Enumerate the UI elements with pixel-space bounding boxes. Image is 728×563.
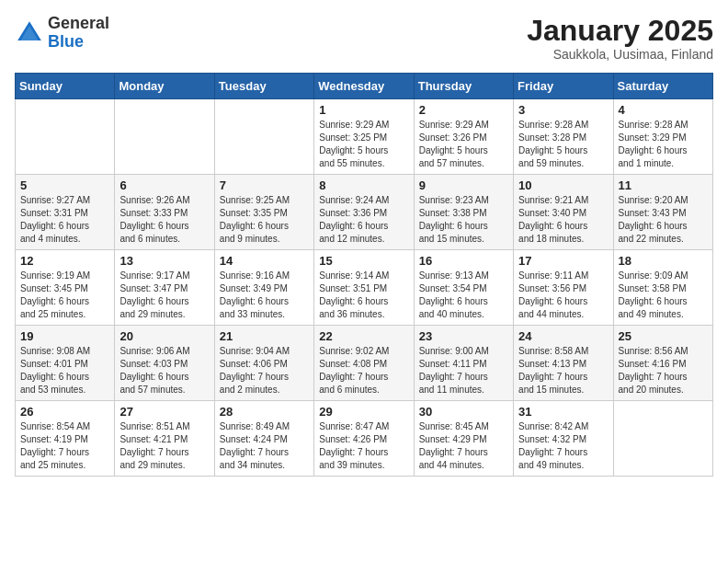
day-number: 9	[419, 178, 508, 192]
calendar-week-1: 1Sunrise: 9:29 AM Sunset: 3:25 PM Daylig…	[16, 99, 713, 175]
day-number: 5	[20, 178, 109, 192]
calendar-day-5: 5Sunrise: 9:27 AM Sunset: 3:31 PM Daylig…	[16, 175, 115, 250]
day-number: 27	[119, 405, 209, 419]
day-number: 3	[518, 103, 608, 117]
calendar-day-28: 28Sunrise: 8:49 AM Sunset: 4:24 PM Dayli…	[214, 401, 313, 477]
calendar-table: SundayMondayTuesdayWednesdayThursdayFrid…	[15, 73, 713, 477]
calendar-day-16: 16Sunrise: 9:13 AM Sunset: 3:54 PM Dayli…	[414, 250, 513, 326]
day-info: Sunrise: 9:23 AM Sunset: 3:38 PM Dayligh…	[419, 194, 508, 246]
day-number: 30	[419, 405, 508, 419]
day-info: Sunrise: 9:00 AM Sunset: 4:11 PM Dayligh…	[419, 345, 508, 396]
calendar-day-24: 24Sunrise: 8:58 AM Sunset: 4:13 PM Dayli…	[514, 326, 613, 401]
calendar-day-25: 25Sunrise: 8:56 AM Sunset: 4:16 PM Dayli…	[613, 326, 712, 401]
calendar-day-29: 29Sunrise: 8:47 AM Sunset: 4:26 PM Dayli…	[314, 401, 414, 477]
calendar-week-4: 19Sunrise: 9:08 AM Sunset: 4:01 PM Dayli…	[16, 326, 713, 401]
calendar-day-11: 11Sunrise: 9:20 AM Sunset: 3:43 PM Dayli…	[613, 175, 712, 250]
day-number: 10	[518, 178, 608, 192]
calendar-day-4: 4Sunrise: 9:28 AM Sunset: 3:29 PM Daylig…	[613, 99, 712, 175]
calendar-day-12: 12Sunrise: 9:19 AM Sunset: 3:45 PM Dayli…	[16, 250, 115, 326]
calendar-week-3: 12Sunrise: 9:19 AM Sunset: 3:45 PM Dayli…	[16, 250, 713, 326]
day-number: 11	[619, 178, 708, 192]
empty-day-cell	[16, 99, 115, 175]
logo-text: General Blue	[48, 15, 109, 52]
day-number: 25	[619, 329, 708, 343]
calendar-day-1: 1Sunrise: 9:29 AM Sunset: 3:25 PM Daylig…	[314, 99, 414, 175]
day-number: 24	[518, 329, 608, 343]
calendar-day-9: 9Sunrise: 9:23 AM Sunset: 3:38 PM Daylig…	[414, 175, 513, 250]
day-info: Sunrise: 9:29 AM Sunset: 3:26 PM Dayligh…	[419, 119, 508, 170]
calendar-day-10: 10Sunrise: 9:21 AM Sunset: 3:40 PM Dayli…	[514, 175, 613, 250]
day-info: Sunrise: 9:14 AM Sunset: 3:51 PM Dayligh…	[319, 270, 408, 321]
day-number: 18	[619, 254, 708, 268]
calendar-day-15: 15Sunrise: 9:14 AM Sunset: 3:51 PM Dayli…	[314, 250, 414, 326]
day-info: Sunrise: 8:54 AM Sunset: 4:19 PM Dayligh…	[20, 420, 109, 472]
calendar-day-20: 20Sunrise: 9:06 AM Sunset: 4:03 PM Dayli…	[115, 326, 214, 401]
weekday-header-row: SundayMondayTuesdayWednesdayThursdayFrid…	[16, 74, 713, 99]
day-info: Sunrise: 9:09 AM Sunset: 3:58 PM Dayligh…	[619, 270, 708, 321]
calendar-day-17: 17Sunrise: 9:11 AM Sunset: 3:56 PM Dayli…	[514, 250, 613, 326]
day-info: Sunrise: 9:28 AM Sunset: 3:29 PM Dayligh…	[619, 119, 708, 170]
day-number: 20	[119, 329, 209, 343]
day-info: Sunrise: 8:51 AM Sunset: 4:21 PM Dayligh…	[119, 420, 209, 472]
day-info: Sunrise: 8:42 AM Sunset: 4:32 PM Dayligh…	[518, 420, 608, 472]
day-number: 13	[119, 254, 209, 268]
day-number: 28	[220, 405, 309, 419]
weekday-header-monday: Monday	[115, 74, 214, 99]
day-number: 22	[319, 329, 408, 343]
empty-day-cell	[613, 401, 712, 477]
day-number: 15	[319, 254, 408, 268]
day-info: Sunrise: 8:58 AM Sunset: 4:13 PM Dayligh…	[518, 345, 608, 396]
weekday-header-saturday: Saturday	[613, 74, 712, 99]
day-info: Sunrise: 9:26 AM Sunset: 3:33 PM Dayligh…	[119, 194, 209, 246]
day-info: Sunrise: 8:56 AM Sunset: 4:16 PM Dayligh…	[619, 345, 708, 396]
day-info: Sunrise: 9:27 AM Sunset: 3:31 PM Dayligh…	[20, 194, 109, 246]
month-title: January 2025	[527, 15, 713, 47]
calendar-day-18: 18Sunrise: 9:09 AM Sunset: 3:58 PM Dayli…	[613, 250, 712, 326]
day-number: 2	[419, 103, 508, 117]
day-info: Sunrise: 9:19 AM Sunset: 3:45 PM Dayligh…	[20, 270, 109, 321]
calendar-day-21: 21Sunrise: 9:04 AM Sunset: 4:06 PM Dayli…	[214, 326, 313, 401]
day-info: Sunrise: 9:08 AM Sunset: 4:01 PM Dayligh…	[20, 345, 109, 396]
day-info: Sunrise: 9:06 AM Sunset: 4:03 PM Dayligh…	[119, 345, 209, 396]
day-number: 14	[220, 254, 309, 268]
empty-day-cell	[214, 99, 313, 175]
day-info: Sunrise: 9:24 AM Sunset: 3:36 PM Dayligh…	[319, 194, 408, 246]
day-number: 29	[319, 405, 408, 419]
calendar-day-6: 6Sunrise: 9:26 AM Sunset: 3:33 PM Daylig…	[115, 175, 214, 250]
logo-icon	[15, 18, 44, 48]
calendar-day-26: 26Sunrise: 8:54 AM Sunset: 4:19 PM Dayli…	[16, 401, 115, 477]
weekday-header-sunday: Sunday	[16, 74, 115, 99]
day-info: Sunrise: 9:02 AM Sunset: 4:08 PM Dayligh…	[319, 345, 408, 396]
logo-blue: Blue	[48, 32, 84, 51]
day-number: 7	[220, 178, 309, 192]
weekday-header-wednesday: Wednesday	[314, 74, 414, 99]
location-subtitle: Saukkola, Uusimaa, Finland	[527, 47, 713, 62]
calendar-day-3: 3Sunrise: 9:28 AM Sunset: 3:28 PM Daylig…	[514, 99, 613, 175]
day-info: Sunrise: 8:45 AM Sunset: 4:29 PM Dayligh…	[419, 420, 508, 472]
day-info: Sunrise: 8:49 AM Sunset: 4:24 PM Dayligh…	[220, 420, 309, 472]
day-info: Sunrise: 8:47 AM Sunset: 4:26 PM Dayligh…	[319, 420, 408, 472]
calendar-day-31: 31Sunrise: 8:42 AM Sunset: 4:32 PM Dayli…	[514, 401, 613, 477]
day-info: Sunrise: 9:11 AM Sunset: 3:56 PM Dayligh…	[518, 270, 608, 321]
weekday-header-friday: Friday	[514, 74, 613, 99]
calendar-day-27: 27Sunrise: 8:51 AM Sunset: 4:21 PM Dayli…	[115, 401, 214, 477]
day-info: Sunrise: 9:25 AM Sunset: 3:35 PM Dayligh…	[220, 194, 309, 246]
day-number: 21	[220, 329, 309, 343]
day-number: 16	[419, 254, 508, 268]
day-number: 1	[319, 103, 408, 117]
day-number: 17	[518, 254, 608, 268]
calendar-day-14: 14Sunrise: 9:16 AM Sunset: 3:49 PM Dayli…	[214, 250, 313, 326]
day-info: Sunrise: 9:04 AM Sunset: 4:06 PM Dayligh…	[220, 345, 309, 396]
day-info: Sunrise: 9:20 AM Sunset: 3:43 PM Dayligh…	[619, 194, 708, 246]
calendar-week-2: 5Sunrise: 9:27 AM Sunset: 3:31 PM Daylig…	[16, 175, 713, 250]
calendar-day-22: 22Sunrise: 9:02 AM Sunset: 4:08 PM Dayli…	[314, 326, 414, 401]
calendar-week-5: 26Sunrise: 8:54 AM Sunset: 4:19 PM Dayli…	[16, 401, 713, 477]
day-number: 19	[20, 329, 109, 343]
calendar-day-30: 30Sunrise: 8:45 AM Sunset: 4:29 PM Dayli…	[414, 401, 513, 477]
weekday-header-thursday: Thursday	[414, 74, 513, 99]
day-number: 8	[319, 178, 408, 192]
day-info: Sunrise: 9:13 AM Sunset: 3:54 PM Dayligh…	[419, 270, 508, 321]
day-number: 4	[619, 103, 708, 117]
day-number: 26	[20, 405, 109, 419]
calendar-day-8: 8Sunrise: 9:24 AM Sunset: 3:36 PM Daylig…	[314, 175, 414, 250]
